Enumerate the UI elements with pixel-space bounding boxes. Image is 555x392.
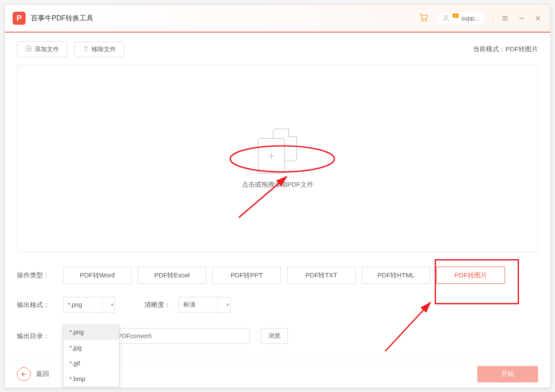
content: 添加文件 移除文件 当前模式：PDF转图片 + 点击或拖拽添加PDF文件 xyxy=(5,33,550,352)
chevron-down-icon: ▼ xyxy=(102,297,115,312)
format-option-jpg[interactable]: *.jpg xyxy=(63,340,119,356)
clarity-label: 清晰度： xyxy=(145,301,171,309)
remove-file-button[interactable]: 移除文件 xyxy=(74,42,124,57)
chevron-down-icon: ▼ xyxy=(217,297,230,312)
format-option-gif[interactable]: *.gif xyxy=(63,356,119,371)
trash-icon xyxy=(83,46,89,53)
op-pdf-to-ppt[interactable]: PDF转PPT xyxy=(212,267,281,284)
format-selected-value: *.png xyxy=(68,301,82,308)
format-label: 输出格式： xyxy=(17,301,57,309)
op-pdf-to-excel[interactable]: PDF转Excel xyxy=(138,267,206,284)
toolbar: 添加文件 移除文件 当前模式：PDF转图片 xyxy=(17,41,538,57)
user-icon xyxy=(442,14,450,22)
outdir-label: 输出目录： xyxy=(17,332,57,340)
format-option-png[interactable]: *.png xyxy=(63,324,119,340)
format-row: 输出格式： *.png ▼ 清晰度： 标清 ▼ xyxy=(17,297,538,313)
operation-label: 操作类型： xyxy=(17,271,57,280)
op-pdf-to-image[interactable]: PDF转图片 xyxy=(436,267,505,284)
op-pdf-to-txt[interactable]: PDF转TXT xyxy=(287,267,356,284)
arrow-left-icon xyxy=(17,367,31,381)
clarity-selected-value: 标清 xyxy=(183,301,195,309)
add-file-button[interactable]: 添加文件 xyxy=(17,41,67,57)
divider xyxy=(492,13,493,23)
cart-icon[interactable] xyxy=(419,12,429,25)
file-add-icon: + xyxy=(258,128,297,172)
user-account[interactable]: V supp... xyxy=(437,13,485,24)
app-window: P 百事牛PDF转换工具 V supp... xyxy=(4,4,551,388)
browse-button[interactable]: 浏览 xyxy=(261,328,288,344)
op-pdf-to-html[interactable]: PDF转HTML xyxy=(362,267,430,284)
titlebar-right: V supp... xyxy=(419,12,542,25)
app-title: 百事牛PDF转换工具 xyxy=(31,14,419,23)
back-label: 返回 xyxy=(36,370,49,378)
format-dropdown: *.png *.jpg *.gif *.bmp xyxy=(63,324,119,387)
svg-point-2 xyxy=(445,16,447,18)
remove-file-label: 移除文件 xyxy=(92,46,116,53)
start-button[interactable]: 开始 xyxy=(477,366,538,382)
dropzone-text: 点击或拖拽添加PDF文件 xyxy=(242,181,314,189)
dropzone[interactable]: + 点击或拖拽添加PDF文件 xyxy=(17,65,538,252)
add-file-label: 添加文件 xyxy=(35,46,59,53)
app-logo-icon: P xyxy=(13,12,26,25)
back-button[interactable]: 返回 xyxy=(17,367,49,381)
vip-badge-icon: V xyxy=(453,13,459,18)
svg-point-0 xyxy=(422,20,423,21)
format-option-bmp[interactable]: *.bmp xyxy=(63,371,119,387)
format-select[interactable]: *.png ▼ xyxy=(63,297,115,313)
menu-icon[interactable] xyxy=(501,14,509,23)
close-button[interactable] xyxy=(534,14,542,23)
plus-circle-icon xyxy=(25,45,32,53)
minimize-button[interactable] xyxy=(517,14,526,23)
svg-point-1 xyxy=(425,20,426,21)
titlebar: P 百事牛PDF转换工具 V supp... xyxy=(5,5,550,33)
op-pdf-to-word[interactable]: PDF转Word xyxy=(63,267,132,284)
current-mode-label: 当前模式：PDF转图片 xyxy=(473,45,538,53)
clarity-select[interactable]: 标清 ▼ xyxy=(178,297,231,313)
operation-row: 操作类型： PDF转Word PDF转Excel PDF转PPT PDF转TXT… xyxy=(17,267,538,284)
user-label: supp... xyxy=(461,15,479,22)
